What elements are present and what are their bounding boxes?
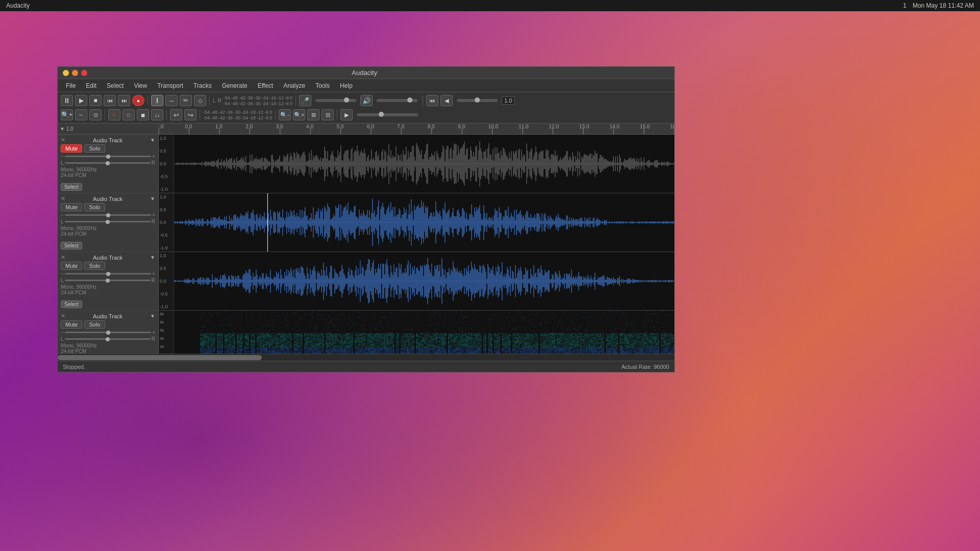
menu-help[interactable]: Help: [336, 81, 357, 90]
track-4-pan-slider[interactable]: [65, 338, 151, 340]
track-1-solo-button[interactable]: Solo: [84, 144, 105, 153]
track-1-select-button[interactable]: Select: [61, 183, 82, 191]
track-4-solo-button[interactable]: Solo: [84, 320, 105, 329]
input-gain-slider[interactable]: [315, 99, 356, 102]
pause-button[interactable]: ⏸: [61, 95, 73, 106]
separator-3: [296, 95, 296, 106]
separator-1: [148, 95, 148, 106]
redo-button[interactable]: ↪: [184, 109, 197, 120]
close-button[interactable]: [81, 70, 87, 76]
vu-r-label: R: [218, 98, 222, 104]
track-3-close[interactable]: ✕: [61, 254, 65, 261]
snap-off-button[interactable]: ✕: [108, 109, 120, 120]
snap-bar-button[interactable]: □: [122, 109, 135, 120]
envelope-tool[interactable]: ◇: [194, 95, 206, 106]
skip-forward-button[interactable]: ⏭: [118, 95, 130, 106]
zoom-fit-button[interactable]: ↔: [75, 109, 87, 120]
zoom-in-2-button[interactable]: 🔍+: [293, 109, 305, 120]
track-3-select-button[interactable]: Select: [61, 300, 82, 308]
track-1-gain-slider[interactable]: [65, 156, 151, 157]
pencil-tool[interactable]: ✏: [180, 95, 192, 106]
playback-speed-slider[interactable]: [457, 99, 498, 102]
menu-tracks[interactable]: Tracks: [189, 81, 216, 90]
menu-edit[interactable]: Edit: [82, 81, 101, 90]
track-2-pan: L R: [61, 219, 155, 224]
zoom-toggle-button[interactable]: ⊟: [322, 109, 334, 120]
system-datetime: Mon May 18 11:42 AM: [913, 2, 974, 9]
track-3-dropdown[interactable]: ▼: [150, 255, 155, 260]
menu-analyze[interactable]: Analyze: [279, 81, 309, 90]
track-4-close[interactable]: ✕: [61, 313, 65, 319]
track-3-solo-button[interactable]: Solo: [84, 262, 105, 270]
track-4: ✕ Audio Track ▼ Mute Solo − +: [58, 311, 674, 354]
stop-button[interactable]: ■: [89, 95, 102, 106]
actual-rate: Actual Rate: 96000: [621, 364, 669, 370]
track-1-pan-slider[interactable]: [65, 162, 151, 164]
menu-select[interactable]: Select: [103, 81, 128, 90]
window-controls: [63, 70, 87, 76]
select-tool[interactable]: ↔: [165, 95, 178, 106]
track-4-gain-slider[interactable]: [65, 332, 151, 333]
menu-file[interactable]: File: [62, 81, 80, 90]
playback-left-button[interactable]: ◀: [440, 95, 453, 106]
vu-meter-record: -54-48-42-36-30-24-18-12-60 -54-48-42-36…: [224, 95, 292, 106]
record-button[interactable]: ●: [132, 95, 144, 106]
track-3-gain-slider[interactable]: [65, 273, 151, 274]
play-button[interactable]: ▶: [75, 95, 87, 106]
track-2-controls: ✕ Audio Track ▼ Mute Solo − +: [58, 193, 159, 252]
separator-2: [209, 95, 210, 106]
track-4-dropdown[interactable]: ▼: [150, 313, 155, 319]
track-1-info: Mono, 96000Hz24-bit PCM: [61, 167, 155, 178]
track-1: ✕ Audio Track ▼ Mute Solo − +: [58, 135, 674, 193]
menu-effect[interactable]: Effect: [254, 81, 277, 90]
horizontal-scrollbar[interactable]: [58, 354, 674, 361]
track-3-gain: − +: [61, 271, 155, 277]
zoom-normal-button[interactable]: ⊙: [89, 109, 102, 120]
skip-start-button[interactable]: ⏮: [426, 95, 438, 106]
audacity-window: Audacity File Edit Select View Transport…: [57, 66, 675, 372]
track-2: ✕ Audio Track ▼ Mute Solo − +: [58, 193, 674, 252]
track-1-dropdown[interactable]: ▼: [150, 137, 155, 143]
menu-transport[interactable]: Transport: [153, 81, 187, 90]
system-bar: Audacity 1 Mon May 18 11:42 AM: [0, 0, 980, 11]
menu-tools[interactable]: Tools: [311, 81, 334, 90]
track-2-solo-button[interactable]: Solo: [84, 203, 105, 211]
track-2-mute-button[interactable]: Mute: [61, 203, 82, 211]
maximize-button[interactable]: [72, 70, 78, 76]
track-2-select-button[interactable]: Select: [61, 242, 82, 249]
undo-button[interactable]: ↩: [170, 109, 182, 120]
play-region-button[interactable]: ▶: [340, 109, 353, 120]
track-1-mute-button[interactable]: Mute: [61, 144, 82, 153]
track-2-gain-slider[interactable]: [65, 214, 151, 216]
snap-beat-button[interactable]: ◼: [137, 109, 149, 120]
menu-view[interactable]: View: [130, 81, 151, 90]
skip-back-button[interactable]: ⏮: [104, 95, 116, 106]
track-1-close[interactable]: ✕: [61, 137, 65, 143]
track-3-mute-button[interactable]: Mute: [61, 262, 82, 270]
minimize-button[interactable]: [63, 70, 69, 76]
status-bar: Stopped. Actual Rate: 96000: [58, 361, 674, 372]
app-name-system: Audacity: [6, 2, 30, 9]
track-2-dropdown[interactable]: ▼: [150, 196, 155, 202]
menu-generate[interactable]: Generate: [218, 81, 252, 90]
track-3-controls: ✕ Audio Track ▼ Mute Solo − +: [58, 252, 159, 310]
separator-6: [166, 110, 167, 120]
track-2-name: Audio Track: [93, 196, 122, 202]
output-gain-slider[interactable]: [377, 99, 418, 102]
track-2-close[interactable]: ✕: [61, 195, 65, 202]
ibeam-tool[interactable]: I: [151, 95, 163, 106]
scrollbar-thumb[interactable]: [58, 355, 262, 360]
zoom-fit-sel-button[interactable]: ⊞: [307, 109, 320, 120]
track-3-pan-slider[interactable]: [65, 280, 151, 281]
track-1-waveform: 1.0 0.5 0.0 -0.5 -1.0: [159, 135, 674, 193]
track-2-gain: − +: [61, 212, 155, 218]
track-2-amplitude-scale: 1.0 0.5 0.0 -0.5 -1.0: [159, 193, 174, 252]
track-3-mute-solo: Mute Solo: [61, 262, 155, 270]
zoom-out-button[interactable]: 🔍-: [279, 109, 291, 120]
track-4-mute-button[interactable]: Mute: [61, 320, 82, 329]
playback-speed-slider-2[interactable]: [357, 113, 418, 116]
track-2-pan-slider[interactable]: [65, 221, 151, 222]
zoom-in-button[interactable]: 🔍+: [61, 109, 73, 120]
metronome-button[interactable]: ♩♩: [151, 109, 163, 120]
mic-icon: 🎤: [299, 95, 311, 106]
